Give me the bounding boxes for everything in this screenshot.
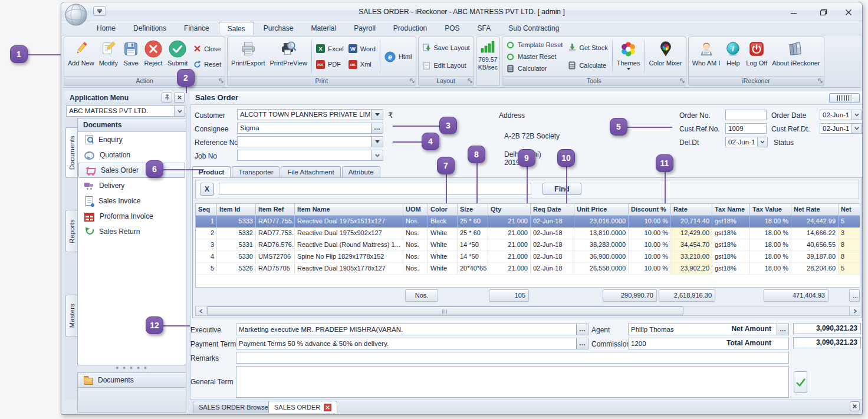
export-html-button[interactable]: eHtml bbox=[383, 51, 414, 62]
horizontal-scrollbar[interactable] bbox=[195, 306, 860, 316]
ribbon-tab[interactable]: Definitions bbox=[125, 22, 175, 35]
sidebar-tab-documents[interactable]: Documents bbox=[65, 127, 77, 178]
get-stock-button[interactable]: Get Stock bbox=[565, 42, 609, 53]
column-header-seq[interactable]: Seq bbox=[196, 204, 217, 216]
ribbon-tab[interactable]: SFA bbox=[469, 22, 499, 35]
column-header-item-ref[interactable]: Item Ref bbox=[256, 204, 295, 216]
chevron-down-icon[interactable] bbox=[851, 124, 862, 133]
template-reset-button[interactable]: Template Reset bbox=[504, 39, 564, 50]
tab-product[interactable]: Product bbox=[192, 166, 231, 178]
sidebar-item-delivery[interactable]: Delivery bbox=[78, 178, 186, 193]
master-reset-button[interactable]: Master Reset bbox=[504, 51, 564, 62]
column-header-tax-value[interactable]: Tax Value bbox=[750, 204, 791, 216]
column-header-tax-name[interactable]: Tax Name bbox=[712, 204, 750, 216]
scrollbar-thumb[interactable] bbox=[207, 306, 683, 315]
tab-attribute[interactable]: Attribute bbox=[342, 166, 380, 178]
job-no-combo[interactable] bbox=[237, 150, 383, 161]
calculator-button[interactable]: Calculator bbox=[504, 63, 564, 74]
restore-button[interactable] bbox=[817, 8, 830, 17]
who-am-i-button[interactable]: Who AM I bbox=[691, 38, 722, 75]
export-excel-button[interactable]: XExcel bbox=[314, 44, 346, 54]
sidebar-item-documents-bar[interactable]: Documents bbox=[77, 372, 186, 388]
tab-sales-order-browser[interactable]: SALES ORDER Browser bbox=[193, 401, 277, 413]
ribbon-group-caption[interactable]: iReckoner bbox=[689, 76, 824, 85]
scrollbar-track[interactable] bbox=[683, 306, 849, 315]
column-header-item-id[interactable]: Item Id bbox=[217, 204, 256, 216]
reject-button[interactable]: Reject bbox=[142, 38, 165, 75]
sidebar-tab-masters[interactable]: Masters bbox=[65, 295, 77, 337]
edit-layout-button[interactable]: Edit Layout bbox=[420, 60, 472, 71]
executive-field[interactable]: Marketing executive MR. PRADEEP MISHRA(V… bbox=[236, 324, 588, 335]
quick-access-dropdown-button[interactable] bbox=[93, 6, 106, 16]
find-button[interactable]: Find bbox=[542, 183, 581, 195]
app-logo-orb-icon[interactable] bbox=[64, 3, 88, 27]
ribbon-tab[interactable]: Payroll bbox=[346, 22, 384, 35]
splitter-grip[interactable]: ● ● ● ● ● bbox=[77, 365, 186, 371]
table-row[interactable]: 15333RAD77.755...Reactive Dual 1975x1511… bbox=[196, 216, 860, 227]
ribbon-group-caption[interactable]: Layout bbox=[419, 76, 474, 85]
export-pdf-button[interactable]: PDFPDF bbox=[314, 59, 346, 70]
remarks-field[interactable] bbox=[236, 352, 789, 364]
print-export-button[interactable]: Print/Export bbox=[229, 38, 267, 75]
totals-more-button[interactable]: ... bbox=[849, 289, 860, 302]
ribbon-group-caption[interactable]: Action bbox=[64, 76, 225, 85]
sidebar-item-quotation[interactable]: Quotation bbox=[78, 147, 186, 163]
color-mixer-button[interactable]: Color Mixer bbox=[647, 38, 683, 75]
chevron-down-icon[interactable] bbox=[851, 110, 862, 120]
export-xml-button[interactable]: XMLXml bbox=[347, 59, 377, 70]
sidebar-item-enquiry[interactable]: Enquiry bbox=[78, 132, 186, 147]
close-all-tabs-button[interactable] bbox=[850, 401, 860, 411]
column-header-net-rate[interactable]: Net Rate bbox=[791, 204, 839, 216]
ribbon-group-caption[interactable]: Print bbox=[228, 76, 415, 85]
column-header-qty[interactable]: Qty bbox=[488, 204, 531, 216]
cust-ref-no-field[interactable]: 1009 bbox=[725, 123, 767, 134]
calculate-button[interactable]: Calculate bbox=[565, 60, 609, 71]
table-row[interactable]: 55326RAD75705Reactive Dual 1905x1778x127… bbox=[196, 263, 860, 275]
table-row[interactable]: 25332RAD77.753...Reactive Dual 1975x902x… bbox=[196, 227, 860, 239]
ribbon-tab[interactable]: Material bbox=[303, 22, 344, 35]
export-word-button[interactable]: WWord bbox=[347, 44, 377, 54]
order-no-field[interactable] bbox=[725, 110, 767, 120]
customer-combo[interactable]: ALCOTT TOWN PLANNERS PRIVATE LIMITE... bbox=[237, 109, 383, 120]
tab-file-attachment[interactable]: File Attachment bbox=[281, 166, 340, 178]
save-layout-button[interactable]: Save Layout bbox=[420, 42, 472, 53]
close-tab-icon[interactable] bbox=[324, 404, 331, 411]
ribbon-tab[interactable]: Purchase bbox=[255, 22, 302, 35]
table-row[interactable]: 35331RAD76.576....Reactive Dual (Round M… bbox=[196, 239, 860, 251]
close-window-button[interactable] bbox=[842, 8, 855, 17]
tab-transporter[interactable]: Transporter bbox=[232, 166, 280, 178]
column-header-item-name[interactable]: Item Name bbox=[295, 204, 403, 216]
minimize-button[interactable] bbox=[787, 8, 800, 17]
ellipsis-button[interactable]: … bbox=[777, 324, 788, 335]
column-header-uom[interactable]: UOM bbox=[403, 204, 428, 216]
general-term-field[interactable] bbox=[236, 366, 789, 398]
sidebar-item-sales-invoice[interactable]: Sales Invoice bbox=[78, 193, 186, 209]
tab-sales-order[interactable]: SALES ORDER bbox=[268, 401, 337, 413]
ribbon-tab[interactable]: Finance bbox=[176, 22, 218, 35]
column-header-net[interactable]: Net bbox=[839, 204, 860, 216]
clear-search-button[interactable]: X bbox=[200, 183, 214, 196]
reset-button[interactable]: Reset bbox=[190, 59, 223, 70]
ribbon-group-caption[interactable]: Tools bbox=[502, 76, 686, 85]
chevron-down-icon[interactable] bbox=[757, 137, 767, 147]
sidebar-item-sales-order[interactable]: Sales Order bbox=[78, 163, 185, 178]
consignee-field[interactable]: Sigma … bbox=[237, 123, 383, 134]
column-header-discount-[interactable]: Discount % bbox=[629, 204, 671, 216]
company-selector[interactable]: ABC MATRESS PVT LTD. bbox=[66, 105, 185, 117]
print-preview-button[interactable]: PrintPreView bbox=[268, 38, 309, 75]
reference-no-combo[interactable] bbox=[237, 136, 383, 147]
sidebar-item-proforma-invoice[interactable]: Proforma Invoice bbox=[78, 209, 186, 224]
ribbon-tab[interactable]: POS bbox=[436, 22, 468, 35]
order-date-picker[interactable]: 02-Jun-1 bbox=[820, 110, 862, 120]
table-row[interactable]: 45330UMS72706Spine No Flip 1829x1778x152… bbox=[196, 251, 860, 263]
column-header-req-date[interactable]: Req Date bbox=[531, 204, 574, 216]
scroll-left-icon[interactable] bbox=[196, 306, 206, 315]
chevron-down-icon[interactable] bbox=[371, 150, 383, 160]
search-input[interactable] bbox=[219, 183, 531, 195]
column-header-rate[interactable]: Rate bbox=[671, 204, 712, 216]
sidebar-item-sales-return[interactable]: Sales Return bbox=[78, 224, 186, 239]
help-button[interactable]: iHelp bbox=[723, 38, 743, 75]
ribbon-tab[interactable]: Production bbox=[385, 22, 435, 35]
dropdown-arrow-icon[interactable] bbox=[371, 110, 383, 120]
column-header-color[interactable]: Color bbox=[428, 204, 458, 216]
